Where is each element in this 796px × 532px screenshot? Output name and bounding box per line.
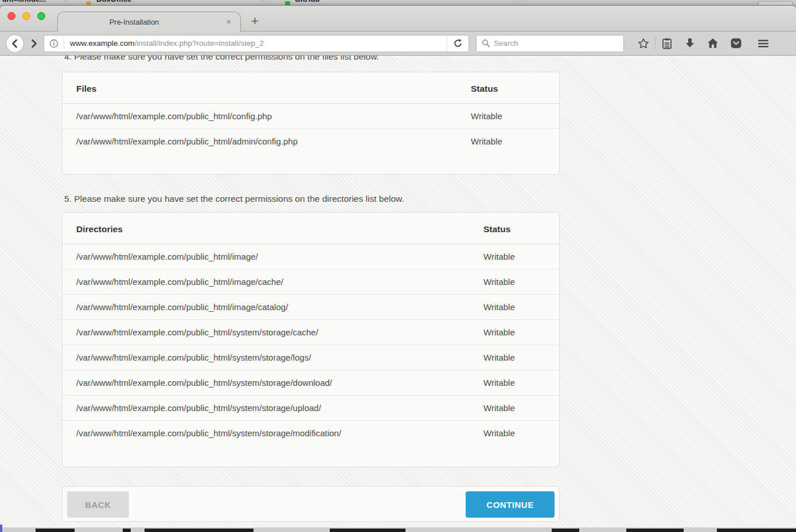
status-badge: Writable (483, 370, 559, 396)
menu-button[interactable] (752, 35, 775, 52)
table-row: /var/www/html/example.com/public_html/sy… (63, 370, 559, 396)
page-content: 4. Please make sure you have set the cor… (0, 56, 796, 532)
tab-pre-installation[interactable]: Pre-Installation × (57, 11, 241, 32)
reload-icon (453, 38, 463, 48)
search-placeholder: Search (490, 39, 518, 48)
terminal-text-fragment (330, 529, 405, 532)
browser-window: Pre-Installation × + www.example.com/ins… (0, 6, 796, 532)
terminal-text-fragment (717, 529, 796, 532)
terminal-text-fragment (123, 529, 131, 532)
status-badge: Writable (483, 244, 559, 269)
site-info-icon[interactable] (44, 39, 64, 48)
table-row: /var/www/html/example.com/public_html/im… (63, 295, 559, 320)
files-table: Files Status /var/www/html/example.com/p… (63, 72, 559, 154)
background-window-button (758, 1, 793, 6)
terminal-text-fragment (145, 529, 253, 532)
table-row: /var/www/html/example.com/public_html/co… (63, 104, 559, 129)
directory-path: /var/www/html/example.com/public_html/im… (63, 269, 483, 295)
table-row: /var/www/html/example.com/public_html/sy… (63, 396, 559, 421)
table-row: /var/www/html/example.com/public_html/sy… (63, 345, 559, 370)
star-icon (638, 38, 649, 49)
files-panel: Files Status /var/www/html/example.com/p… (62, 72, 560, 175)
actions-panel: BACK CONTINUE (62, 486, 560, 522)
pocket-icon (731, 38, 742, 49)
toolbar-icons (632, 35, 775, 52)
tab-bar: Pre-Installation × + (0, 6, 796, 32)
url-path: /install/index.php?route=install/step_2 (135, 39, 264, 48)
status-badge: Writable (483, 396, 559, 421)
terminal-text-fragment (36, 529, 75, 532)
directory-path: /var/www/html/example.com/public_html/sy… (63, 320, 483, 345)
background-tab-close-icon: × (261, 0, 264, 2)
clipboard-icon (662, 38, 672, 49)
bookmarks-menu-button[interactable] (655, 35, 678, 52)
back-step-button[interactable]: BACK (67, 491, 129, 518)
directory-path: /var/www/html/example.com/public_html/im… (63, 295, 483, 320)
search-input[interactable]: Search (476, 35, 624, 52)
forward-button[interactable] (25, 35, 42, 52)
table-row: /var/www/html/example.com/public_html/im… (63, 269, 559, 295)
background-tab-label: BoxOffice (96, 0, 131, 3)
hamburger-icon (758, 39, 769, 48)
file-path: /var/www/html/example.com/public_html/co… (63, 104, 471, 129)
directory-path: /var/www/html/example.com/public_html/sy… (63, 370, 483, 396)
directories-column-header: Directories (63, 213, 483, 244)
section5-heading: 5. Please make sure you have set the cor… (64, 194, 592, 204)
tab-close-icon[interactable]: × (227, 17, 231, 27)
status-column-header: Status (471, 72, 559, 104)
bookmark-star-button[interactable] (632, 35, 655, 52)
status-badge: Writable (483, 421, 559, 446)
section4-heading: 4. Please make sure you have set the cor… (64, 56, 592, 62)
status-badge: Writable (471, 104, 559, 129)
status-badge: Writable (483, 269, 559, 295)
pocket-button[interactable] (724, 35, 747, 52)
background-window-edge (0, 525, 2, 532)
url-host: www.example.com (70, 39, 135, 48)
background-tab-close-icon: × (64, 0, 68, 2)
directories-table: Directories Status /var/www/html/example… (63, 213, 559, 445)
window-zoom-button[interactable] (37, 12, 45, 20)
boxoffice-favicon (86, 1, 91, 6)
tab-title: Pre-Installation (58, 12, 210, 32)
download-icon (685, 38, 695, 49)
navigation-toolbar: www.example.com/install/index.php?route=… (0, 32, 796, 56)
background-tab-label: GitHub (295, 0, 319, 3)
status-badge: Writable (483, 295, 559, 320)
directories-panel: Directories Status /var/www/html/example… (62, 212, 560, 467)
table-row: /var/www/html/example.com/public_html/sy… (63, 320, 559, 345)
back-button[interactable] (6, 34, 24, 53)
files-column-header: Files (63, 72, 471, 104)
new-tab-button[interactable]: + (251, 11, 259, 31)
directory-path: /var/www/html/example.com/public_html/sy… (63, 396, 483, 421)
home-button[interactable] (701, 35, 724, 52)
table-header-row: Directories Status (63, 213, 559, 244)
table-row: /var/www/html/example.com/public_html/sy… (63, 421, 559, 446)
table-row: /var/www/html/example.com/public_html/im… (63, 244, 559, 269)
status-badge: Writable (483, 320, 559, 345)
status-badge: Writable (483, 345, 559, 370)
continue-button[interactable]: CONTINUE (466, 491, 555, 518)
background-terminal-strip (0, 527, 796, 532)
table-row: /var/www/html/example.com/public_html/ad… (63, 129, 559, 154)
window-close-button[interactable] (7, 12, 15, 20)
url-text[interactable]: www.example.com/install/index.php?route=… (64, 39, 447, 48)
table-header-row: Files Status (63, 72, 559, 104)
status-badge: Writable (471, 129, 559, 154)
forward-arrow-icon (29, 39, 38, 48)
file-path: /var/www/html/example.com/public_html/ad… (63, 129, 471, 154)
directory-path: /var/www/html/example.com/public_html/sy… (63, 421, 483, 446)
url-bar[interactable]: www.example.com/install/index.php?route=… (44, 35, 469, 52)
background-window-tabstrip: ant=linode... × BoxOffice × GitHub × (0, 0, 796, 6)
downloads-button[interactable] (678, 35, 701, 52)
background-tab-label: ant=linode... (2, 0, 46, 3)
directory-path: /var/www/html/example.com/public_html/sy… (63, 345, 483, 370)
back-arrow-icon (10, 39, 19, 48)
terminal-text-fragment (626, 529, 684, 532)
terminal-text-fragment (552, 529, 579, 532)
home-icon (707, 38, 719, 49)
window-minimize-button[interactable] (22, 12, 30, 20)
directory-path: /var/www/html/example.com/public_html/im… (63, 244, 483, 269)
github-favicon (285, 1, 290, 6)
background-tab-close-icon: × (519, 0, 522, 2)
reload-button[interactable] (447, 36, 469, 52)
